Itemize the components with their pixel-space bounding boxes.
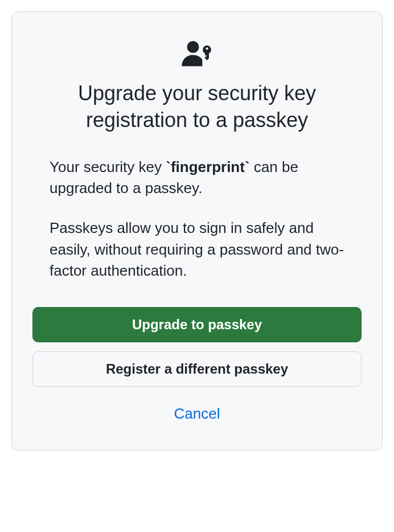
p1-before: Your security key (50, 158, 166, 175)
dialog-body: Your security key `fingerprint` can be u… (32, 157, 362, 282)
upgrade-to-passkey-button[interactable]: Upgrade to passkey (32, 307, 362, 342)
register-different-passkey-button[interactable]: Register a different passkey (32, 351, 362, 387)
passkey-upgrade-dialog: Upgrade your security key registration t… (11, 11, 383, 451)
body-paragraph-2: Passkeys allow you to sign in safely and… (50, 218, 344, 282)
key-name: `fingerprint` (166, 158, 249, 175)
cancel-button[interactable]: Cancel (32, 398, 362, 429)
svg-point-0 (187, 41, 199, 53)
passkey-icon (181, 39, 213, 67)
dialog-title: Upgrade your security key registration t… (32, 80, 362, 134)
dialog-actions: Upgrade to passkey Register a different … (32, 307, 362, 429)
body-paragraph-1: Your security key `fingerprint` can be u… (50, 157, 344, 199)
svg-point-2 (206, 47, 208, 50)
icon-container (32, 39, 362, 67)
